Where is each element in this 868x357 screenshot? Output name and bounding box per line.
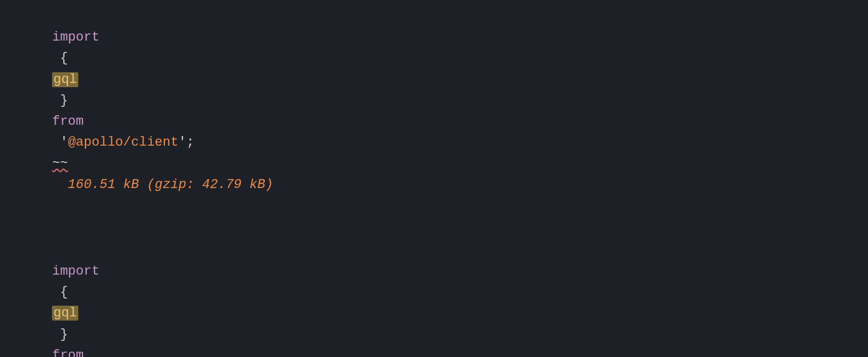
keyword-import-2: import [52, 264, 99, 279]
quote-close: '; [178, 135, 194, 150]
p3-2: } [52, 327, 76, 342]
code-editor: import { gql } from '@apollo/client'; ~~… [0, 0, 868, 357]
quote-open: ' [52, 135, 68, 150]
squiggle-marker: ~~ [52, 156, 68, 171]
gql-keyword-2: gql [52, 306, 78, 321]
code-line-3: import { gql } from '@apollo/client'; 16… [0, 239, 868, 357]
punctuation-2: } [52, 93, 76, 108]
p3-1: { [52, 285, 76, 300]
line-1-content: import { gql } from '@apollo/client'; ~~… [5, 6, 273, 216]
string-apollo: @apollo/client [68, 135, 179, 150]
code-line-2 [0, 217, 868, 239]
punctuation-1: { [52, 51, 76, 66]
size-info: 160.51 kB (gzip: 42.79 kB) [52, 177, 273, 192]
keyword-from: from [52, 114, 84, 129]
keyword-import: import [52, 30, 99, 45]
code-line-1: import { gql } from '@apollo/client'; ~~… [0, 5, 868, 217]
line-3-content: import { gql } from '@apollo/client'; 16… [5, 240, 273, 357]
keyword-from-2: from [52, 348, 84, 357]
gql-keyword: gql [52, 72, 78, 87]
